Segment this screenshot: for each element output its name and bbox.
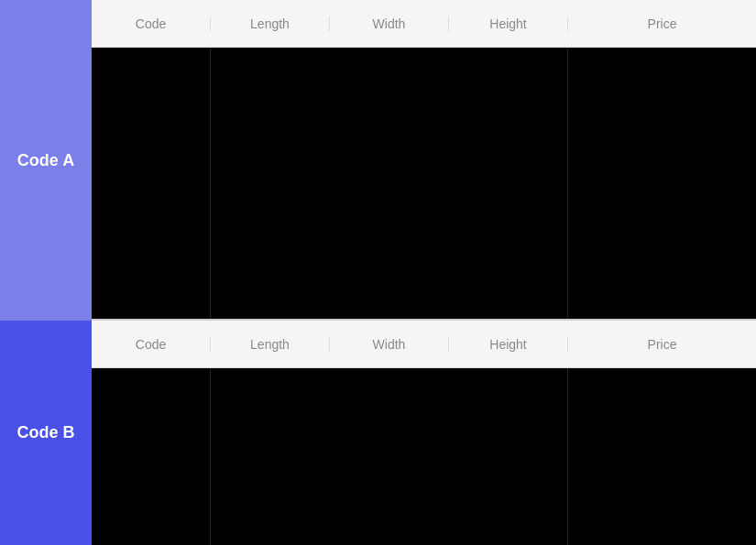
col-header-price-a: Price xyxy=(568,16,756,31)
page-container: Code A Code B Code Length Width Height P… xyxy=(0,0,756,545)
col-header-price-b: Price xyxy=(568,337,756,352)
col-header-code-a: Code xyxy=(92,16,211,31)
sidebar-section-b: Code B xyxy=(0,321,92,545)
body-col-middle-b xyxy=(211,368,568,545)
body-col-price-b xyxy=(568,368,756,545)
sidebar-label-b: Code B xyxy=(17,423,75,442)
table-body-a xyxy=(92,48,756,319)
col-header-width-b: Width xyxy=(330,337,449,352)
col-header-code-b: Code xyxy=(92,337,211,352)
sidebar: Code A Code B xyxy=(0,0,92,545)
main-content: Code Length Width Height Price Code Leng… xyxy=(92,0,756,545)
sidebar-label-a: Code A xyxy=(17,151,74,170)
table-section-a: Code Length Width Height Price xyxy=(92,0,756,321)
table-section-b: Code Length Width Height Price xyxy=(92,321,756,545)
table-body-b xyxy=(92,368,756,545)
body-col-middle-a xyxy=(211,48,568,319)
col-header-height-b: Height xyxy=(449,337,568,352)
col-header-width-a: Width xyxy=(330,16,449,31)
table-header-b: Code Length Width Height Price xyxy=(92,321,756,368)
col-header-height-a: Height xyxy=(449,16,568,31)
body-col-code-b xyxy=(92,368,211,545)
col-header-length-a: Length xyxy=(211,16,330,31)
table-header-a: Code Length Width Height Price xyxy=(92,0,756,48)
sidebar-section-a: Code A xyxy=(0,0,92,321)
body-col-price-a xyxy=(568,48,756,319)
col-header-length-b: Length xyxy=(211,337,330,352)
body-col-code-a xyxy=(92,48,211,319)
